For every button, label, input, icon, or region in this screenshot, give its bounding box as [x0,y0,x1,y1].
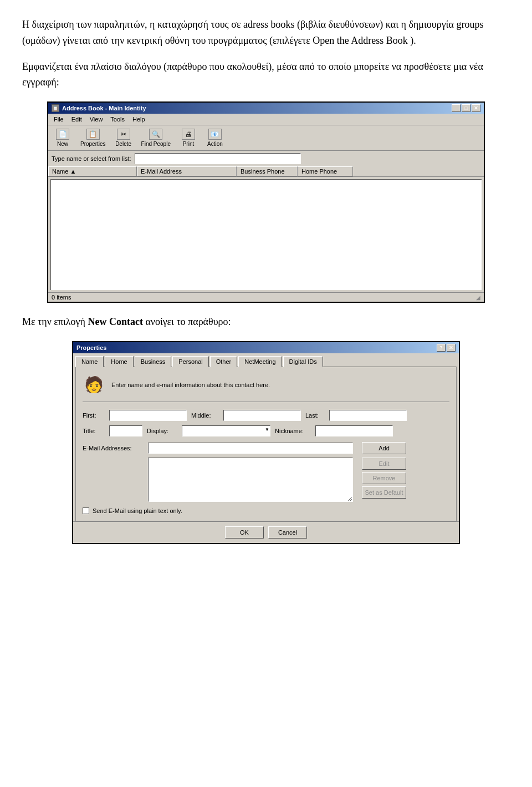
nickname-label: Nickname: [275,428,311,434]
titlebar-buttons: _ □ ✕ [452,104,480,112]
email-input[interactable] [148,443,353,454]
set-default-button[interactable]: Set as Default [362,486,406,499]
last-input[interactable] [329,410,407,421]
close-button[interactable]: ✕ [472,104,480,112]
send-plain-text-label: Send E-Mail using plain text only. [93,507,182,514]
col-header-email[interactable]: E-Mail Address [137,166,237,176]
tab-business[interactable]: Business [135,356,172,367]
menu-view[interactable]: View [86,115,106,124]
toolbar-properties-button[interactable]: 📋 Properties [78,128,108,148]
toolbar-print-button[interactable]: 🖨 Print [177,128,200,148]
print-icon: 🖨 [182,129,195,140]
remove-button[interactable]: Remove [362,472,406,484]
middle-label: Middle: [191,412,219,419]
toolbar-properties-label: Properties [80,141,106,147]
add-button[interactable]: Add [362,442,406,454]
menu-edit[interactable]: Edit [68,115,85,124]
middle-input[interactable] [223,410,301,421]
first-label: First: [83,412,105,419]
toolbar-delete-button[interactable]: ✂ Delete [112,128,135,148]
paragraph-3-bold: New Contact [88,316,142,327]
toolbar-find-people-button[interactable]: 🔍 Find People [139,128,173,148]
action-icon: 📧 [208,129,222,140]
title-input[interactable] [109,425,142,436]
toolbar-delete-label: Delete [115,141,131,147]
properties-titlebar: Properties ? ✕ [73,342,459,353]
cancel-button[interactable]: Cancel [268,526,307,539]
tab-other[interactable]: Other [210,356,238,367]
edit-button[interactable]: Edit [362,458,406,470]
maximize-button[interactable]: □ [462,104,470,112]
dialog-footer: OK Cancel [73,521,459,543]
search-label: Type name or select from list: [52,155,131,162]
nickname-input[interactable] [315,425,393,436]
toolbar-action-label: Action [207,141,223,147]
address-book-toolbar: 📄 New 📋 Properties ✂ Delete 🔍 Find Peopl… [48,125,484,151]
delete-icon: ✂ [117,129,130,140]
toolbar-print-label: Print [183,141,195,147]
send-plain-text-checkbox[interactable] [83,507,89,514]
email-label: E-Mail Addresses: [83,445,144,451]
menu-file[interactable]: File [50,115,67,124]
email-side-buttons: Edit Remove Set as Default [362,458,406,499]
name-row-1: First: Middle: Last: [83,410,449,421]
dialog-close-button[interactable]: ✕ [447,344,456,352]
toolbar-new-button[interactable]: 📄 New [52,128,74,148]
toolbar-new-label: New [57,141,68,147]
display-select-wrapper: ▼ [182,425,270,436]
col-header-name[interactable]: Name ▲ [48,166,137,176]
paragraph-2: Εμφανίζεται ένα πλαίσιο διαλόγου (παράθυ… [22,59,510,91]
new-icon: 📄 [56,129,69,140]
title-label: Title: [83,428,105,434]
contact-info-banner: 🧑 Enter name and e-mail information abou… [83,374,449,402]
contact-info-text: Enter name and e-mail information about … [111,382,270,388]
address-book-window: 📋 Address Book - Main Identity _ □ ✕ Fil… [47,101,485,303]
send-plain-text-row: Send E-Mail using plain text only. [83,507,449,514]
email-section: E-Mail Addresses: Add Edit Remove Set as… [83,442,449,502]
toolbar-find-people-label: Find People [141,141,171,147]
menu-tools[interactable]: Tools [107,115,128,124]
display-label: Display: [147,428,177,434]
tab-home[interactable]: Home [105,356,133,367]
menu-help[interactable]: Help [129,115,149,124]
search-bar: Type name or select from list: [48,151,484,166]
email-listbox[interactable] [148,458,353,502]
last-label: Last: [305,412,325,419]
dialog-titlebar-buttons: ? ✕ [437,344,456,352]
properties-icon: 📋 [86,129,100,140]
tab-personal[interactable]: Personal [172,356,208,367]
minimize-button[interactable]: _ [452,104,461,112]
titlebar-icon: 📋 [52,104,59,112]
contact-avatar-icon: 🧑 [83,374,105,396]
paragraph-3-after: ανοίγει το παράθυρο: [143,316,231,327]
email-add-button-wrapper: Add [362,442,406,454]
tab-name[interactable]: Name [75,356,104,367]
titlebar-left: 📋 Address Book - Main Identity [52,104,146,112]
contact-list[interactable] [50,179,482,290]
toolbar-action-button[interactable]: 📧 Action [204,128,226,148]
col-header-home-phone[interactable]: Home Phone [298,166,353,176]
address-book-title: Address Book - Main Identity [62,105,146,111]
col-header-business-phone[interactable]: Business Phone [237,166,298,176]
tab-content-name: 🧑 Enter name and e-mail information abou… [75,367,457,521]
resize-grip: ◢ [476,295,480,301]
tab-netmeeting[interactable]: NetMeeting [238,356,282,367]
status-bar: 0 items ◢ [48,292,484,302]
tab-digital-ids[interactable]: Digital IDs [283,356,323,367]
properties-title: Properties [76,344,106,351]
paragraph-1: Η διαχείριση των παραληπτών, η καταχώρησ… [22,17,510,49]
dialog-tabs: Name Home Business Personal Other NetMee… [73,353,459,367]
email-input-row: E-Mail Addresses: Add [83,442,449,454]
first-input[interactable] [109,410,187,421]
search-input[interactable] [135,153,301,164]
display-select[interactable] [182,425,270,436]
paragraph-3-before: Με την επιλογή [22,316,88,327]
help-button[interactable]: ? [437,344,446,352]
find-people-icon: 🔍 [149,129,162,140]
address-book-menubar: File Edit View Tools Help [48,114,484,125]
ok-button[interactable]: OK [225,526,264,539]
email-listbox-row: Edit Remove Set as Default [83,458,449,502]
list-header: Name ▲ E-Mail Address Business Phone Hom… [48,166,484,177]
paragraph-3: Με την επιλογή New Contact ανοίγει το πα… [22,314,510,330]
address-book-titlebar: 📋 Address Book - Main Identity _ □ ✕ [48,103,484,114]
